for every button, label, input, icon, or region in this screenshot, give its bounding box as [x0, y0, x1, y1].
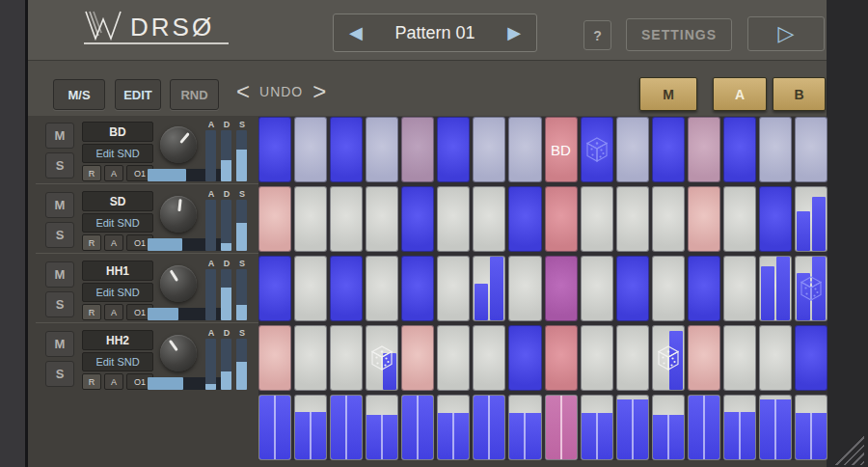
step-hh1-6[interactable]: [437, 256, 470, 321]
step-hh2-2[interactable]: [294, 325, 327, 391]
step-hh2-15[interactable]: [759, 325, 792, 391]
velocity-step-11[interactable]: [616, 395, 649, 460]
step-bd-14[interactable]: [723, 117, 756, 182]
step-hh1-9[interactable]: [545, 256, 578, 321]
track-mute-button[interactable]: M: [45, 192, 74, 218]
track-solo-button[interactable]: S: [45, 152, 74, 179]
pattern-selector[interactable]: ◀ Pattern 01 ▶: [333, 14, 537, 52]
step-bd-6[interactable]: [437, 117, 470, 182]
track-knob[interactable]: [160, 335, 197, 371]
env-meter-a[interactable]: [205, 130, 216, 181]
step-bd-10[interactable]: [581, 117, 613, 182]
env-meter-s[interactable]: [236, 200, 247, 251]
velocity-step-3[interactable]: [330, 395, 363, 460]
track-r-button[interactable]: R: [82, 373, 101, 390]
step-bd-9[interactable]: BD: [545, 117, 578, 182]
random-mode-button[interactable]: RND: [170, 79, 219, 110]
step-hh2-3[interactable]: [330, 325, 363, 391]
step-hh2-7[interactable]: [473, 325, 505, 391]
step-bd-16[interactable]: [795, 117, 827, 182]
step-hh2-12[interactable]: [652, 325, 685, 391]
track-knob[interactable]: [160, 126, 197, 163]
edit-mode-button[interactable]: EDIT: [115, 79, 161, 110]
step-hh1-7[interactable]: [473, 256, 505, 321]
velocity-step-1[interactable]: [258, 395, 291, 460]
settings-button[interactable]: SETTINGS: [626, 18, 732, 51]
step-hh1-1[interactable]: [258, 256, 291, 321]
step-bd-1[interactable]: [258, 117, 291, 182]
step-bd-2[interactable]: [294, 117, 327, 182]
step-hh2-16[interactable]: [795, 325, 827, 391]
bank-b-button[interactable]: B: [773, 77, 826, 111]
bank-m-button[interactable]: M: [639, 77, 697, 111]
env-meter-d[interactable]: [221, 200, 231, 251]
mute-solo-mode-button[interactable]: M/S: [53, 79, 105, 110]
env-meter-d[interactable]: [221, 339, 231, 390]
track-a-button[interactable]: A: [104, 373, 123, 390]
step-hh2-10[interactable]: [581, 325, 613, 391]
step-hh2-1[interactable]: [258, 325, 291, 391]
track-knob[interactable]: [160, 265, 197, 302]
velocity-step-14[interactable]: [723, 395, 756, 460]
env-meter-a[interactable]: [205, 269, 216, 320]
track-a-button[interactable]: A: [104, 234, 123, 251]
track-r-button[interactable]: R: [82, 165, 101, 181]
step-hh1-13[interactable]: [688, 256, 720, 321]
step-hh2-6[interactable]: [437, 325, 470, 391]
step-hh2-4[interactable]: [366, 325, 398, 391]
track-solo-button[interactable]: S: [45, 361, 74, 387]
step-hh1-4[interactable]: [366, 256, 398, 321]
track-knob[interactable]: [160, 196, 197, 233]
velocity-step-4[interactable]: [366, 395, 398, 460]
env-meter-d[interactable]: [221, 130, 231, 181]
step-hh1-16[interactable]: [795, 256, 827, 321]
step-bd-12[interactable]: [652, 117, 685, 182]
step-hh1-11[interactable]: [616, 256, 649, 321]
step-bd-8[interactable]: [508, 117, 541, 182]
track-mute-button[interactable]: M: [45, 261, 74, 288]
step-sd-2[interactable]: [294, 186, 327, 252]
track-solo-button[interactable]: S: [45, 291, 74, 317]
env-meter-s[interactable]: [236, 339, 247, 390]
step-sd-6[interactable]: [437, 186, 470, 252]
pattern-prev-icon[interactable]: ◀: [349, 24, 363, 41]
velocity-step-9[interactable]: [545, 395, 578, 460]
step-hh2-5[interactable]: [401, 325, 434, 391]
env-meter-d[interactable]: [221, 269, 231, 320]
step-sd-3[interactable]: [330, 186, 363, 252]
step-bd-5[interactable]: [401, 117, 434, 182]
step-hh1-2[interactable]: [294, 256, 327, 321]
step-sd-15[interactable]: [759, 186, 792, 252]
step-bd-7[interactable]: [473, 117, 505, 182]
pattern-next-icon[interactable]: ▶: [507, 24, 521, 41]
step-bd-4[interactable]: [366, 117, 398, 182]
env-meter-a[interactable]: [205, 339, 216, 390]
velocity-step-8[interactable]: [508, 395, 541, 460]
velocity-step-2[interactable]: [294, 395, 327, 460]
step-bd-3[interactable]: [330, 117, 363, 182]
resize-grip-icon[interactable]: [829, 432, 864, 465]
edit-sound-button[interactable]: Edit SND: [82, 283, 153, 302]
undo-forward-icon[interactable]: >: [312, 80, 326, 103]
step-sd-14[interactable]: [723, 186, 756, 252]
bank-a-button[interactable]: A: [713, 77, 767, 111]
step-hh2-13[interactable]: [688, 325, 720, 391]
step-hh1-14[interactable]: [723, 256, 756, 321]
step-hh1-5[interactable]: [401, 256, 434, 321]
track-a-button[interactable]: A: [104, 304, 123, 320]
velocity-step-16[interactable]: [795, 395, 827, 460]
step-hh1-12[interactable]: [652, 256, 685, 321]
velocity-step-6[interactable]: [437, 395, 470, 460]
track-r-button[interactable]: R: [82, 304, 101, 320]
edit-sound-button[interactable]: Edit SND: [82, 352, 153, 371]
env-meter-a[interactable]: [205, 200, 216, 251]
step-sd-8[interactable]: [508, 186, 541, 252]
step-sd-4[interactable]: [366, 186, 398, 252]
play-button[interactable]: ▷: [747, 16, 825, 51]
step-hh1-8[interactable]: [508, 256, 541, 321]
step-hh2-11[interactable]: [616, 325, 649, 391]
step-sd-11[interactable]: [616, 186, 649, 252]
velocity-step-13[interactable]: [688, 395, 720, 460]
step-hh1-15[interactable]: [759, 256, 792, 321]
track-solo-button[interactable]: S: [45, 222, 74, 248]
